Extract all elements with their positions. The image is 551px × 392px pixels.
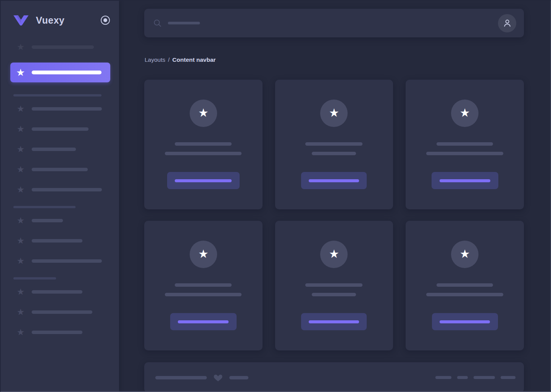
logo-row: Vuexy: [13, 12, 110, 28]
magnifier-icon: [153, 19, 162, 27]
search-placeholder-skeleton: [168, 22, 200, 24]
card-subtitle-skeleton: [165, 152, 242, 155]
star-icon: ★: [329, 248, 339, 260]
footer-text-skeleton: [155, 376, 207, 379]
card-subtitle-skeleton: [165, 293, 242, 296]
app-window: Vuexy ★★★★★★★★★★★★★: [0, 0, 551, 392]
footer-link-skeleton: [501, 376, 516, 379]
demo-card: ★: [275, 80, 393, 209]
sidebar-menu-item-active[interactable]: ★: [10, 63, 110, 82]
star-icon: ★: [16, 287, 25, 296]
menu-item-label-skeleton: [32, 259, 102, 263]
star-icon: ★: [16, 124, 25, 133]
demo-card: ★: [406, 80, 524, 209]
menu-item-label-skeleton: [32, 310, 92, 314]
demo-card: ★: [144, 221, 263, 350]
menu-item-label-skeleton: [32, 148, 76, 151]
star-icon: ★: [16, 185, 25, 194]
menu-section-header-skeleton: [13, 277, 56, 280]
footer-card: [144, 362, 524, 392]
star-icon: ★: [198, 248, 208, 260]
menu-item-label-skeleton: [32, 331, 82, 334]
button-label-skeleton: [309, 320, 359, 323]
sidebar-menu-item[interactable]: ★: [1, 236, 119, 245]
star-icon: ★: [16, 328, 25, 337]
app-title: Vuexy: [36, 15, 101, 26]
menu-item-label-skeleton: [32, 290, 82, 294]
card-button-skeleton[interactable]: [432, 313, 498, 330]
card-avatar: ★: [451, 241, 478, 268]
demo-card: ★: [406, 221, 524, 350]
button-label-skeleton: [178, 320, 229, 323]
sidebar-menu: ★★★★★★★★★★★★★: [1, 28, 119, 337]
star-icon: ★: [329, 107, 339, 119]
sidebar-menu-item[interactable]: ★: [1, 185, 119, 194]
footer-link-skeleton: [474, 376, 495, 379]
sidebar-menu-item[interactable]: ★: [1, 104, 119, 113]
star-icon: ★: [16, 68, 25, 77]
star-icon: ★: [460, 248, 470, 260]
sidebar-menu-item[interactable]: ★: [1, 287, 119, 296]
sidebar-pin-toggle-icon[interactable]: [101, 16, 110, 25]
star-icon: ★: [16, 216, 25, 225]
demo-card: ★: [275, 221, 393, 350]
button-label-skeleton: [309, 179, 359, 182]
card-avatar: ★: [190, 241, 217, 268]
top-navbar: [144, 9, 524, 37]
sidebar-menu-item[interactable]: ★: [1, 307, 119, 316]
star-icon: ★: [16, 236, 25, 245]
vuexy-logo-icon: [13, 14, 29, 26]
sidebar-menu-item[interactable]: ★: [1, 328, 119, 337]
breadcrumb-separator: /: [168, 56, 169, 63]
card-avatar: ★: [320, 100, 348, 127]
card-subtitle-skeleton: [426, 152, 503, 155]
sidebar-menu-item[interactable]: ★: [1, 256, 119, 265]
card-subtitle-skeleton: [312, 152, 356, 155]
card-grid: ★★★★★★: [144, 80, 524, 350]
sidebar-menu-item[interactable]: ★: [1, 216, 119, 225]
button-label-skeleton: [440, 320, 490, 323]
star-icon: ★: [16, 256, 25, 265]
card-title-skeleton: [437, 142, 493, 146]
star-icon: ★: [460, 107, 470, 119]
search-box[interactable]: [153, 19, 498, 27]
sidebar-menu-item[interactable]: ★: [1, 165, 119, 174]
sidebar: Vuexy ★★★★★★★★★★★★★: [1, 1, 119, 391]
card-button-skeleton[interactable]: [301, 172, 367, 189]
sidebar-menu-item[interactable]: ★: [1, 124, 119, 133]
menu-item-label-skeleton: [32, 219, 63, 222]
card-button-skeleton[interactable]: [170, 313, 237, 330]
card-avatar: ★: [190, 100, 217, 127]
card-avatar: ★: [451, 100, 478, 127]
card-button-skeleton[interactable]: [167, 172, 240, 189]
breadcrumb-current: Content navbar: [172, 56, 216, 63]
card-subtitle-skeleton: [426, 293, 503, 296]
demo-card: ★: [144, 80, 263, 209]
sidebar-menu-item[interactable]: ★: [1, 42, 119, 51]
star-icon: ★: [16, 42, 25, 51]
card-subtitle-skeleton: [312, 293, 356, 296]
breadcrumb: Layouts / Content navbar: [145, 56, 524, 63]
card-title-skeleton: [305, 283, 362, 287]
sidebar-menu-item[interactable]: ★: [1, 145, 119, 154]
menu-section-header-skeleton: [13, 206, 76, 208]
card-title-skeleton: [175, 283, 232, 287]
star-icon: ★: [198, 107, 208, 119]
card-button-skeleton[interactable]: [432, 172, 498, 189]
menu-section-header-skeleton: [13, 94, 102, 96]
card-title-skeleton: [305, 142, 362, 146]
menu-item-label-skeleton: [32, 71, 102, 74]
footer-left-group: [155, 373, 248, 382]
user-avatar[interactable]: [498, 14, 516, 32]
menu-item-label-skeleton: [32, 168, 88, 171]
card-button-skeleton[interactable]: [301, 313, 367, 330]
person-icon: [502, 18, 512, 28]
menu-item-label-skeleton: [32, 188, 102, 191]
menu-item-label-skeleton: [32, 239, 82, 243]
footer-links-group: [435, 376, 516, 379]
heart-icon: [213, 373, 223, 382]
card-title-skeleton: [175, 142, 232, 146]
card-title-skeleton: [437, 283, 493, 287]
breadcrumb-section[interactable]: Layouts: [145, 56, 165, 63]
star-icon: ★: [16, 104, 25, 113]
